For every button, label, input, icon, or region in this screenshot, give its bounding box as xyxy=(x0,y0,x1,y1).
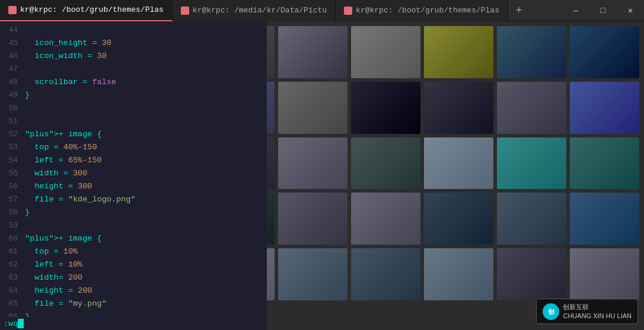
code-line-63: 63 width= 200 xyxy=(0,271,267,284)
code-line-50: 50 xyxy=(0,102,267,115)
thumb-13[interactable] xyxy=(497,82,566,134)
thumb-14[interactable] xyxy=(570,82,639,134)
line-number: 61 xyxy=(0,245,25,258)
line-content: left = 10% xyxy=(25,258,82,271)
line-content: top = 40%-150 xyxy=(25,141,97,154)
code-line-61: 61 top = 10% xyxy=(0,245,267,258)
watermark-line1: 创新互联 xyxy=(563,303,632,311)
watermark-label: 创新互联 CHUANG XIN HU LIAN xyxy=(563,303,632,320)
thumb-12[interactable] xyxy=(424,82,493,134)
thumb-17[interactable] xyxy=(278,137,347,190)
code-line-47: 47 xyxy=(0,63,267,76)
tab-2[interactable]: kr@krpc: /media/kr/Data/Pictu xyxy=(173,0,336,21)
code-line-49: 49} xyxy=(0,89,267,102)
thumb-19[interactable] xyxy=(424,137,493,190)
line-number: 55 xyxy=(0,167,25,180)
tab-1[interactable]: kr@krpc: /boot/grub/themes/Plas xyxy=(0,0,173,21)
line-number: 53 xyxy=(0,141,25,154)
code-line-55: 55 width = 300 xyxy=(0,167,267,180)
line-content: height = 200 xyxy=(25,284,92,297)
line-number: 54 xyxy=(0,154,25,167)
thumb-25[interactable] xyxy=(351,193,420,245)
code-line-46: 46 icon_width = 30 xyxy=(0,50,267,63)
code-area: 4445 icon_height = 3046 icon_width = 304… xyxy=(0,21,267,330)
thumb-28[interactable] xyxy=(570,193,639,245)
thumb-5[interactable] xyxy=(424,26,493,78)
thumb-35[interactable] xyxy=(570,248,639,300)
line-number: 57 xyxy=(0,193,25,206)
cmd-text: :wq xyxy=(0,319,24,328)
maximize-button[interactable]: □ xyxy=(589,0,617,21)
line-content: height = 300 xyxy=(25,180,92,193)
code-panel: 4445 icon_height = 3046 icon_width = 304… xyxy=(0,21,267,330)
code-line-56: 56 height = 300 xyxy=(0,180,267,193)
watermark-line2: CHUANG XIN HU LIAN xyxy=(563,312,632,320)
terminal-icon-3 xyxy=(344,7,352,15)
line-content: icon_height = 30 xyxy=(25,37,111,50)
line-content: width = 300 xyxy=(25,167,87,180)
code-line-51: 51 xyxy=(0,115,267,128)
minimize-button[interactable]: — xyxy=(562,0,589,21)
line-number: 62 xyxy=(0,258,25,271)
thumb-3[interactable] xyxy=(278,26,347,78)
line-content: icon_width = 30 xyxy=(25,50,107,63)
code-line-53: 53 top = 40%-150 xyxy=(0,141,267,154)
line-number: 50 xyxy=(0,102,25,115)
line-number: 59 xyxy=(0,219,25,232)
line-number: 46 xyxy=(0,50,25,63)
close-button[interactable]: ✕ xyxy=(617,0,644,21)
line-content: } xyxy=(25,206,30,219)
svg-text:创: 创 xyxy=(547,308,554,315)
code-line-48: 48 scrollbar = false xyxy=(0,76,267,89)
thumb-10[interactable] xyxy=(278,82,347,134)
thumb-27[interactable] xyxy=(497,193,566,245)
code-line-52: 52"plus">+ image { xyxy=(0,128,267,141)
line-content: top = 10% xyxy=(25,245,78,258)
line-content: file = "kde_logo.png" xyxy=(25,193,135,206)
line-number: 48 xyxy=(0,76,25,89)
line-number: 52 xyxy=(0,128,25,141)
thumb-24[interactable] xyxy=(278,193,347,245)
code-line-64: 64 height = 200 xyxy=(0,284,267,297)
line-number: 45 xyxy=(0,37,25,50)
thumb-34[interactable] xyxy=(497,248,566,300)
thumb-11[interactable] xyxy=(351,82,420,134)
main-content: 4445 icon_height = 3046 icon_width = 304… xyxy=(0,21,644,330)
code-line-45: 45 icon_height = 30 xyxy=(0,37,267,50)
code-line-57: 57 file = "kde_logo.png" xyxy=(0,193,267,206)
command-line: :wq xyxy=(0,317,267,330)
thumb-20[interactable] xyxy=(497,137,566,190)
line-number: 49 xyxy=(0,89,25,102)
thumb-6[interactable] xyxy=(497,26,566,78)
thumb-21[interactable] xyxy=(570,137,639,190)
tab-3[interactable]: kr@krpc: /boot/grub/themes/Plas xyxy=(336,0,508,21)
line-number: 60 xyxy=(0,232,25,245)
thumb-4[interactable] xyxy=(351,26,420,78)
line-number: 65 xyxy=(0,297,25,310)
thumb-33[interactable] xyxy=(424,248,493,300)
thumb-18[interactable] xyxy=(351,137,420,190)
tab-1-label: kr@krpc: /boot/grub/themes/Plas xyxy=(20,5,164,14)
thumb-31[interactable] xyxy=(278,248,347,300)
watermark-logo: 创 xyxy=(543,303,559,320)
code-line-65: 65 file = "my.png" xyxy=(0,297,267,310)
thumb-7[interactable] xyxy=(570,26,639,78)
titlebar: kr@krpc: /boot/grub/themes/Plas kr@krpc:… xyxy=(0,0,644,21)
terminal-icon-1 xyxy=(8,6,17,14)
thumb-32[interactable] xyxy=(351,248,420,300)
cursor xyxy=(18,319,24,328)
thumb-26[interactable] xyxy=(424,193,493,245)
line-number: 63 xyxy=(0,271,25,284)
line-content: scrollbar = false xyxy=(25,76,116,89)
add-tab-button[interactable]: + xyxy=(508,0,530,21)
line-number: 56 xyxy=(0,180,25,193)
code-line-62: 62 left = 10% xyxy=(0,258,267,271)
line-content: width= 200 xyxy=(25,271,82,284)
tab-3-label: kr@krpc: /boot/grub/themes/Plas xyxy=(356,6,499,15)
code-line-58: 58} xyxy=(0,206,267,219)
watermark: 创 创新互联 CHUANG XIN HU LIAN xyxy=(536,299,638,324)
line-number: 47 xyxy=(0,63,25,76)
window-controls: — □ ✕ xyxy=(562,0,644,21)
line-content: } xyxy=(25,89,30,102)
tab-2-label: kr@krpc: /media/kr/Data/Pictu xyxy=(193,6,327,15)
